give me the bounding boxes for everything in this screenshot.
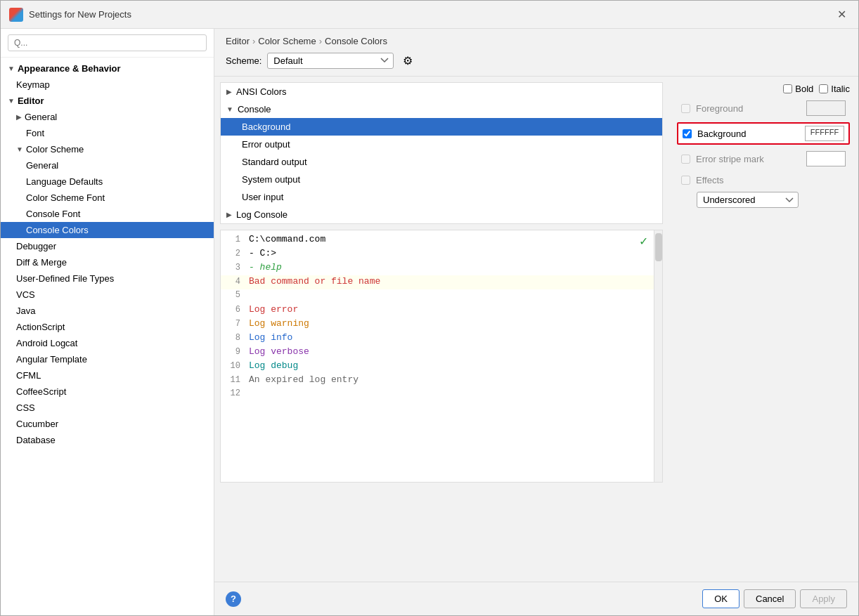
foreground-color-box[interactable] [806, 100, 846, 116]
background-row: Background FFFFFF [677, 122, 850, 145]
scrollbar-thumb [655, 233, 662, 261]
app-icon [9, 8, 23, 22]
preview-line-7: 7 Log warning [221, 317, 654, 332]
foreground-checkbox[interactable] [681, 104, 690, 113]
sidebar-item-android-logcat[interactable]: Android Logcat [1, 335, 214, 351]
preview-line-1: 1 C:\command.com [221, 233, 654, 247]
chevron-icon: ▼ [16, 145, 23, 153]
cancel-button[interactable]: Cancel [744, 589, 796, 608]
bold-checkbox-label[interactable]: Bold [783, 84, 813, 94]
split-area: ▶ ANSI Colors ▼ Console Background [214, 77, 858, 582]
foreground-row: Foreground [677, 98, 850, 118]
sidebar-item-vcs[interactable]: VCS [1, 287, 214, 303]
error-stripe-color-box[interactable] [806, 151, 846, 166]
settings-window: Settings for New Projects ✕ ▼ Appearance… [0, 0, 859, 616]
tree-node-log-console[interactable]: ▶ Log Console [221, 206, 662, 223]
tree-split: ▶ ANSI Colors ▼ Console Background [214, 77, 669, 582]
top-bar: Editor › Color Scheme › Console Colors S… [214, 29, 858, 77]
preview-scrollbar[interactable] [654, 230, 662, 482]
preview-area: 1 C:\command.com 2 - C:> 3 - help [220, 230, 663, 483]
scheme-select[interactable]: Default Darcula High Contrast [267, 53, 394, 69]
scheme-row: Scheme: Default Darcula High Contrast ⚙ [226, 52, 847, 69]
sidebar-item-angular-template[interactable]: Angular Template [1, 351, 214, 367]
sidebar-item-lang-defaults[interactable]: Language Defaults [1, 173, 214, 190]
sidebar-item-cfml[interactable]: CFML [1, 367, 214, 384]
italic-checkbox[interactable] [819, 84, 828, 93]
sidebar-item-color-scheme[interactable]: ▼ Color Scheme [1, 141, 214, 157]
sidebar-item-actionscript[interactable]: ActionScript [1, 319, 214, 335]
title-bar: Settings for New Projects ✕ [1, 1, 858, 29]
preview-line-5: 5 [221, 289, 654, 303]
ok-button[interactable]: OK [702, 589, 739, 608]
background-color-box[interactable]: FFFFFF [805, 126, 844, 141]
tree-node-system-output[interactable]: System output [221, 171, 662, 188]
color-tree-panel: ▶ ANSI Colors ▼ Console Background [220, 82, 663, 224]
checkmark-icon: ✓ [639, 235, 648, 248]
sidebar-item-cucumber[interactable]: Cucumber [1, 416, 214, 432]
effects-select-row: Underscored Bold Underscored Wave Unders… [677, 192, 850, 208]
sidebar-item-appearance[interactable]: ▼ Appearance & Behavior [1, 60, 214, 77]
chevron-icon: ▶ [226, 88, 232, 96]
tree-node-console[interactable]: ▼ Console [221, 100, 662, 118]
tree-node-error-output[interactable]: Error output [221, 136, 662, 153]
preview-line-6: 6 Log error [221, 303, 654, 317]
sidebar-item-coffeescript[interactable]: CoffeeScript [1, 384, 214, 400]
sidebar-item-console-colors[interactable]: Console Colors [1, 222, 214, 238]
chevron-icon: ▶ [16, 113, 22, 121]
preview-line-11: 11 An expired log entry [221, 374, 654, 388]
search-box [1, 29, 214, 58]
right-panel: Editor › Color Scheme › Console Colors S… [214, 29, 858, 615]
sidebar-item-java[interactable]: Java [1, 303, 214, 319]
tree-node-user-input[interactable]: User input [221, 188, 662, 206]
main-content: ▼ Appearance & Behavior Keymap ▼ Editor … [1, 29, 858, 615]
bold-italic-row: Bold Italic [677, 84, 850, 94]
action-buttons: OK Cancel Apply [702, 589, 847, 608]
bold-checkbox[interactable] [783, 84, 792, 93]
gear-icon[interactable]: ⚙ [399, 52, 416, 69]
sidebar-item-general[interactable]: ▶ General [1, 109, 214, 125]
window-title: Settings for New Projects [29, 9, 833, 20]
preview-line-2: 2 - C:> [221, 247, 654, 261]
chevron-icon: ▼ [8, 97, 15, 105]
tree-node-background[interactable]: Background [221, 118, 662, 136]
sidebar: ▼ Appearance & Behavior Keymap ▼ Editor … [1, 29, 214, 615]
preview-content: 1 C:\command.com 2 - C:> 3 - help [221, 230, 654, 482]
italic-checkbox-label[interactable]: Italic [819, 84, 850, 94]
tree-node-ansi[interactable]: ▶ ANSI Colors [221, 83, 662, 100]
sidebar-item-keymap[interactable]: Keymap [1, 77, 214, 93]
sidebar-item-font[interactable]: Font [1, 125, 214, 141]
effects-select[interactable]: Underscored Bold Underscored Wave Unders… [697, 192, 799, 208]
preview-line-9: 9 Log verbose [221, 346, 654, 360]
apply-button[interactable]: Apply [800, 589, 847, 608]
preview-line-8: 8 Log info [221, 332, 654, 346]
properties-panel: Bold Italic Foreground [669, 77, 858, 582]
sidebar-item-user-file-types[interactable]: User-Defined File Types [1, 270, 214, 287]
chevron-icon: ▼ [8, 65, 15, 72]
sidebar-item-debugger[interactable]: Debugger [1, 238, 214, 254]
sidebar-item-cs-font[interactable]: Color Scheme Font [1, 190, 214, 206]
preview-line-10: 10 Log debug [221, 360, 654, 374]
sidebar-item-console-font[interactable]: Console Font [1, 206, 214, 222]
error-stripe-checkbox[interactable] [681, 155, 690, 164]
chevron-icon: ▼ [226, 105, 233, 113]
preview-line-3: 3 - help [221, 261, 654, 275]
breadcrumb: Editor › Color Scheme › Console Colors [226, 36, 847, 46]
background-checkbox[interactable] [683, 129, 692, 138]
sidebar-item-database[interactable]: Database [1, 432, 214, 448]
bottom-bar: ? OK Cancel Apply [214, 582, 858, 615]
sidebar-item-css[interactable]: CSS [1, 400, 214, 416]
effects-row: Effects [677, 173, 850, 188]
scheme-label: Scheme: [226, 55, 261, 66]
sidebar-item-diff-merge[interactable]: Diff & Merge [1, 254, 214, 270]
search-input[interactable] [8, 34, 207, 51]
effects-checkbox[interactable] [681, 176, 690, 185]
sidebar-item-editor[interactable]: ▼ Editor [1, 93, 214, 109]
preview-line-4: 4 Bad command or file name [221, 275, 654, 289]
nav-tree: ▼ Appearance & Behavior Keymap ▼ Editor … [1, 58, 214, 615]
preview-line-12: 12 [221, 388, 654, 402]
chevron-icon: ▶ [226, 211, 232, 218]
sidebar-item-cs-general[interactable]: General [1, 157, 214, 173]
close-button[interactable]: ✕ [833, 6, 850, 23]
tree-node-standard-output[interactable]: Standard output [221, 153, 662, 171]
help-button[interactable]: ? [226, 591, 241, 607]
